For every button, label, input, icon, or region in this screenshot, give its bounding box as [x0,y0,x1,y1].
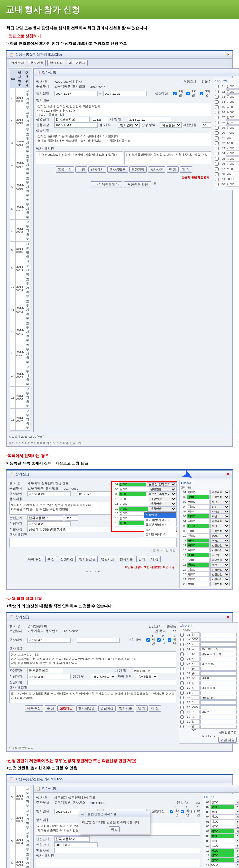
action-button[interactable]: 행사응답권 [76,705,97,712]
student-status[interactable]: 신청안함 [210,543,230,548]
student-status[interactable]: 백신 [210,500,230,504]
table-cell[interactable]: 1 [10,88,16,110]
table-cell[interactable]: 교무기획부 [25,852,30,868]
student-status[interactable]: 신청안함 [210,495,230,499]
action-button[interactable]: 수 정 [45,705,56,712]
sel-option[interactable]: 신청안함 [149,487,176,492]
student-status[interactable]: 신청안함 [210,577,230,582]
student-check[interactable] [215,152,219,155]
table-cell[interactable]: 2014-0058 [16,132,25,154]
top-tab-1[interactable]: 행사관리 [9,60,26,66]
student-check[interactable] [215,90,219,93]
student-text-input[interactable] [200,662,237,666]
action-button[interactable]: 제 장 [180,166,192,173]
student-status[interactable]: 백신 [210,514,230,519]
dropdown-list[interactable]: 신청안함 풀이 비방기 멀리기 플로켓 멀리 쏘기 농게 경제탐 이해하기 [144,513,176,537]
student-status[interactable]: 백신 [210,524,230,528]
student-check[interactable] [180,706,184,709]
student-check[interactable] [215,136,219,140]
student-status[interactable]: OO창 [210,538,230,543]
action-button[interactable]: 수 정 [45,556,57,562]
table-cell[interactable]: 4 [10,154,16,176]
student-status[interactable]: 신청안함 [235,824,239,829]
action-button[interactable]: 행사응답권 [77,556,98,562]
table-cell[interactable]: 진로진학 [25,242,30,259]
student-check[interactable] [215,121,219,124]
student-check[interactable] [180,657,184,661]
table-cell[interactable]: 14 [10,365,16,387]
action-button[interactable]: 수 정 [75,166,87,173]
area-select[interactable]: 창체활동 [136,674,158,679]
student-status[interactable]: 세무회계 [235,814,239,819]
opt[interactable]: 플로켓 멀리 쏘기 [144,523,176,527]
period-a[interactable] [27,491,71,496]
student-status[interactable]: OO창 [210,533,230,538]
student-status[interactable]: 신청안함 [235,834,239,838]
org-input[interactable] [54,117,90,122]
table-cell[interactable]: 교무기획부 [25,176,30,198]
table-cell[interactable]: 2014-0052 [16,198,25,220]
org-input[interactable] [54,836,90,842]
opt[interactable]: 농게 [144,527,176,532]
chk-y3[interactable] [191,810,195,813]
student-check[interactable] [180,696,184,700]
table-cell[interactable]: 교무기획부 [25,299,30,321]
student-check[interactable] [215,100,219,104]
student-check[interactable] [180,633,184,637]
student-text-input[interactable] [200,647,237,651]
student-check[interactable] [180,638,184,642]
student-text-input[interactable] [200,701,237,705]
table-cell[interactable]: 교무기획부 [25,132,30,154]
student-text-input[interactable] [200,720,237,724]
table-cell[interactable]: 교무기획부 [25,88,30,110]
orgno-input[interactable] [92,117,108,122]
student-check[interactable] [180,648,184,651]
table-cell[interactable]: 9 [10,259,16,277]
student-status[interactable]: 신청안함 [210,567,230,572]
student-check[interactable] [180,677,184,680]
action-button[interactable]: 닫 기 [167,166,179,173]
table-cell[interactable]: 교무기획부 [25,830,30,852]
table-cell[interactable]: 교무기획부 [25,321,30,343]
table-cell[interactable]: 2014-0060 [16,786,25,808]
limit-check-btn[interactable]: 제한인원 확인 [124,182,152,188]
pay-input[interactable] [128,117,171,122]
chk-y2[interactable] [181,810,184,813]
table-cell[interactable]: 2014-0056 [16,176,25,198]
table-cell[interactable]: 16 [10,409,16,431]
student-status[interactable]: 신청안함 [235,839,239,843]
table-cell[interactable]: 2014-0045 [16,242,25,259]
student-text-input[interactable] [200,672,237,676]
student-check[interactable] [180,681,184,685]
student-text-input[interactable] [200,633,237,637]
student-status[interactable]: 신청안함 [235,805,239,809]
action-button[interactable]: 신청마감 [88,166,106,173]
action-button[interactable]: 명단저장 [99,556,116,562]
chk-y3[interactable] [200,92,204,95]
student-check[interactable] [215,85,219,88]
action-button[interactable]: 닫 기 [136,705,148,712]
due-input[interactable] [54,842,98,847]
student-check[interactable] [180,691,184,694]
table-cell[interactable]: 7 [10,220,16,242]
table-cell[interactable]: 2014-0059 [16,808,25,830]
action-button[interactable]: 닫기 [136,556,147,562]
student-check[interactable] [180,720,184,723]
table-cell[interactable]: 교무기획부 [25,220,30,242]
chk-y1[interactable] [170,810,174,813]
table-cell[interactable]: 2014-0041 [16,321,25,343]
student-text-input[interactable] [200,638,237,642]
student-status[interactable]: 신청안함 [210,582,230,586]
close-icon[interactable]: ✕ [227,53,230,57]
class-limit-btn[interactable]: 반 선택인원 제한 [91,182,123,188]
student-text-input[interactable] [200,691,237,695]
due-input[interactable] [54,122,98,128]
pay-input[interactable] [133,668,176,673]
action-button[interactable]: 행사응답권 [107,166,128,173]
student-text-input[interactable] [200,676,237,680]
orgno-input[interactable] [65,516,78,521]
student-text-input[interactable] [200,681,237,685]
student-check[interactable] [215,167,219,171]
table-cell[interactable]: 2014-0043 [16,277,25,299]
close-icon[interactable]: ✕ [227,472,230,476]
